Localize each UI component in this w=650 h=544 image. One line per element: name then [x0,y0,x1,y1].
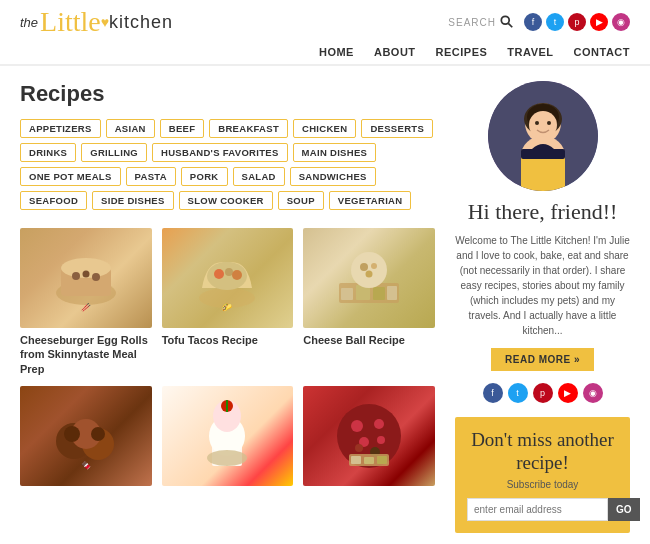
svg-rect-18 [373,287,385,300]
recipe-card-3[interactable]: Cheese Ball Recipe [303,228,435,376]
tag-one-pot-meals[interactable]: ONE POT MEALS [20,167,121,186]
svg-point-22 [371,263,377,269]
pinterest-icon-header[interactable]: p [568,13,586,31]
newsletter-go-button[interactable]: GO [608,498,640,521]
logo-heart: ♥ [101,14,109,30]
bio-text: Welcome to The Little Kitchen! I'm Julie… [455,233,630,338]
tag-pasta[interactable]: PASTA [126,167,176,186]
svg-point-53 [547,121,551,125]
right-column: Hi there, friend!! Welcome to The Little… [455,81,630,533]
tag-slow-cooker[interactable]: SLOW COOKER [179,191,273,210]
recipe-title-2: Tofu Tacos Recipe [162,333,294,347]
tag-salad[interactable]: SALAD [233,167,285,186]
svg-point-7 [92,273,100,281]
tag-asian[interactable]: ASIAN [106,119,155,138]
tag-pork[interactable]: PORK [181,167,228,186]
main-content: Recipes APPETIZERS ASIAN BEEF BREAKFAST … [0,66,650,544]
facebook-icon-header[interactable]: f [524,13,542,31]
tag-side-dishes[interactable]: SIDE DISHES [92,191,173,210]
svg-line-1 [508,23,512,27]
recipe-image-4: 🍫 [20,386,152,486]
tag-chicken[interactable]: CHICKEN [293,119,356,138]
svg-point-41 [355,444,363,452]
svg-point-35 [207,450,247,466]
svg-point-21 [360,263,368,271]
header-social-icons: f t p ▶ ◉ [524,13,630,31]
logo-kitchen: kitchen [109,12,173,33]
nav-contact[interactable]: CONTACT [574,46,630,58]
youtube-icon-header[interactable]: ▶ [590,13,608,31]
recipe-card-5[interactable] [162,386,294,491]
recipe-image-6 [303,386,435,486]
recipe-image-2: 🌮 [162,228,294,328]
avatar-container [455,81,630,191]
svg-point-52 [535,121,539,125]
instagram-icon-header[interactable]: ◉ [612,13,630,31]
recipe-title-3: Cheese Ball Recipe [303,333,435,347]
tag-beef[interactable]: BEEF [160,119,205,138]
tag-grilling[interactable]: GRILLING [81,143,147,162]
recipe-image-3 [303,228,435,328]
newsletter-subtitle: Subscribe today [467,479,618,490]
recipe-tags: APPETIZERS ASIAN BEEF BREAKFAST CHICKEN … [20,119,435,210]
nav-home[interactable]: HOME [319,46,354,58]
svg-point-23 [366,271,373,278]
read-more-button[interactable]: READ MORE » [491,348,594,371]
recipe-title-1: Cheeseburger Egg Rolls from Skinnytaste … [20,333,152,376]
recipe-card-6[interactable] [303,386,435,491]
tag-main-dishes[interactable]: MAIN DISHES [293,143,377,162]
newsletter-box: Don't miss another recipe! Subscribe tod… [455,417,630,533]
twitter-icon-sidebar[interactable]: t [508,383,528,403]
sidebar-social-icons: f t p ▶ ◉ [455,383,630,403]
search-icon[interactable] [500,15,514,29]
nav-travel[interactable]: TRAVEL [507,46,553,58]
avatar-image [488,81,598,191]
svg-text:🍫: 🍫 [81,460,91,470]
left-column: Recipes APPETIZERS ASIAN BEEF BREAKFAST … [20,81,435,533]
svg-point-0 [501,16,509,24]
recipe-image-5 [162,386,294,486]
svg-point-6 [82,271,89,278]
youtube-icon-sidebar[interactable]: ▶ [558,383,578,403]
svg-point-38 [374,419,384,429]
nav-about[interactable]: ABOUT [374,46,416,58]
tag-sandwiches[interactable]: SANDWICHES [290,167,376,186]
tag-seafood[interactable]: SEAFOOD [20,191,87,210]
avatar [488,81,598,191]
newsletter-title: Don't miss another recipe! [467,429,618,475]
search-label: SEARCH [448,17,496,28]
recipe-card-2[interactable]: 🌮 Tofu Tacos Recipe [162,228,294,376]
svg-point-20 [351,252,387,288]
logo: the Little ♥ kitchen [20,6,173,38]
svg-rect-46 [377,456,387,464]
logo-the: the [20,15,38,30]
instagram-icon-sidebar[interactable]: ◉ [583,383,603,403]
pinterest-icon-sidebar[interactable]: p [533,383,553,403]
tag-vegetarian[interactable]: VEGETARIAN [329,191,412,210]
main-nav: HOME ABOUT RECIPES TRAVEL CONTACT [0,42,650,66]
svg-rect-45 [364,457,374,464]
svg-point-5 [72,272,80,280]
svg-point-11 [214,269,224,279]
recipe-card-1[interactable]: 🥢 Cheeseburger Egg Rolls from Skinnytast… [20,228,152,376]
header-top: the Little ♥ kitchen SEARCH f t p ▶ ◉ [0,0,650,42]
svg-text:🥢: 🥢 [81,302,91,312]
svg-point-27 [64,426,80,442]
newsletter-email-input[interactable] [467,498,608,521]
hi-text: Hi there, friend!! [455,199,630,225]
tag-desserts[interactable]: DESSERTS [361,119,433,138]
tag-husbands-favorites[interactable]: HUSBAND'S FAVORITES [152,143,288,162]
facebook-icon-sidebar[interactable]: f [483,383,503,403]
nav-recipes[interactable]: RECIPES [436,46,488,58]
search-area[interactable]: SEARCH [448,15,514,29]
tag-soup[interactable]: SOUP [278,191,324,210]
twitter-icon-header[interactable]: t [546,13,564,31]
tag-appetizers[interactable]: APPETIZERS [20,119,101,138]
tag-drinks[interactable]: DRINKS [20,143,76,162]
recipe-grid: 🥢 Cheeseburger Egg Rolls from Skinnytast… [20,228,435,491]
tag-breakfast[interactable]: BREAKFAST [209,119,288,138]
recipe-card-4[interactable]: 🍫 [20,386,152,491]
page-title: Recipes [20,81,435,107]
svg-rect-56 [521,149,565,159]
svg-text:🌮: 🌮 [222,302,232,312]
